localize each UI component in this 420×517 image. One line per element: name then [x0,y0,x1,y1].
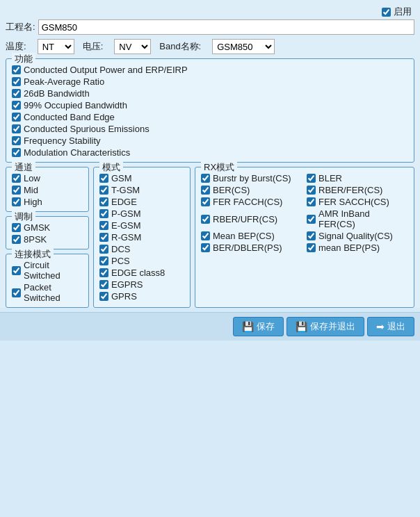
m_tgsm-checkbox[interactable] [99,186,108,195]
rx8-checkbox[interactable] [307,215,316,224]
f1-checkbox[interactable] [12,65,21,74]
ch_low-checkbox[interactable] [12,174,21,183]
ch_high-checkbox[interactable] [12,197,21,206]
save-exit-button[interactable]: 💾 保存并退出 [286,317,364,336]
ch_mid-label[interactable]: Mid [24,185,38,195]
m_pgsm-checkbox[interactable] [99,209,108,218]
rx2-checkbox[interactable] [307,174,316,183]
rx11-label[interactable]: BER/DBLER(PS) [213,243,282,253]
m_gsm-label[interactable]: GSM [111,173,132,183]
rx4-label[interactable]: RBER/FER(CS) [318,185,382,195]
f5-label[interactable]: Conducted Band Edge [24,112,115,122]
m_egsm-checkbox[interactable] [99,221,108,230]
m_dcs-checkbox[interactable] [99,245,108,254]
mod_8psk-checkbox[interactable] [12,235,21,244]
rx2-label[interactable]: BLER [318,173,342,183]
mod_gmsk-checkbox[interactable] [12,223,21,232]
m_egprs-checkbox[interactable] [99,280,108,289]
m_gprs-label[interactable]: GPRS [111,291,137,302]
f5-checkbox[interactable] [12,113,21,122]
project-input[interactable] [38,19,414,35]
rx3-label[interactable]: BER(CS) [213,185,250,195]
m_edge8-checkbox[interactable] [99,268,108,277]
m_rgsm-checkbox[interactable] [99,233,108,242]
rx10-label[interactable]: Signal Quality(CS) [318,231,393,241]
save-icon: 💾 [242,321,254,332]
rx4-checkbox[interactable] [307,186,316,195]
f2-label[interactable]: Peak-Average Ratio [24,76,104,87]
m_egsm-label[interactable]: E-GSM [111,220,141,231]
rx7-checkbox[interactable] [201,215,210,224]
list-item: AMR InBand FER(CS) [307,208,408,229]
enabled-label: 启用 [394,6,412,18]
footer-bar: 💾 保存 💾 保存并退出 ➡ 退出 [0,312,420,340]
ch_low-label[interactable]: Low [24,173,40,183]
f4-label[interactable]: 99% Occupied Bandwidth [24,100,127,110]
ch_mid-checkbox[interactable] [12,186,21,195]
f7-label[interactable]: Frequency Stability [24,136,101,146]
mod_gmsk-label[interactable]: GMSK [24,222,50,233]
rx8-label[interactable]: AMR InBand FER(CS) [318,208,408,229]
m_dcs-label[interactable]: DCS [111,244,130,254]
rx5-label[interactable]: FER FACCH(CS) [213,197,282,207]
mod_8psk-label[interactable]: 8PSK [24,234,47,245]
f7-checkbox[interactable] [12,136,21,145]
rx3-checkbox[interactable] [201,186,210,195]
conn_ps-label[interactable]: Packet Switched [24,282,83,303]
f6-checkbox[interactable] [12,124,21,133]
list-item: GPRS [99,291,184,302]
rx9-checkbox[interactable] [201,231,210,240]
list-item: Conducted Spurious Emissions [12,124,408,134]
f8-checkbox[interactable] [12,148,21,157]
f6-label[interactable]: Conducted Spurious Emissions [24,124,150,134]
rx12-checkbox[interactable] [307,243,316,252]
list-item: 26dB Bandwidth [12,88,408,99]
rx5-checkbox[interactable] [201,197,210,206]
list-item: Mean BEP(CS) [201,231,302,241]
rx9-label[interactable]: Mean BEP(CS) [213,231,275,241]
save-label: 保存 [257,320,275,333]
m_edge-label[interactable]: EDGE [111,197,137,207]
rx1-label[interactable]: Burstr by Burst(CS) [213,173,291,183]
m_pcs-label[interactable]: PCS [111,256,130,266]
mode-list: GSMT-GSMEDGEP-GSME-GSMR-GSMDCSPCSEDGE cl… [99,170,184,302]
m_edge8-label[interactable]: EDGE class8 [111,268,165,278]
temp-select[interactable]: NT Low High [38,39,74,54]
f3-checkbox[interactable] [12,89,21,98]
f2-checkbox[interactable] [12,77,21,86]
m_pgsm-label[interactable]: P-GSM [111,208,141,219]
m_pcs-checkbox[interactable] [99,256,108,265]
rx6-checkbox[interactable] [307,197,316,206]
ch_high-label[interactable]: High [24,197,42,207]
f4-checkbox[interactable] [12,101,21,110]
m_rgsm-label[interactable]: R-GSM [111,232,141,243]
save-button[interactable]: 💾 保存 [233,317,284,336]
f8-label[interactable]: Modulation Characteristics [24,147,130,158]
rx1-checkbox[interactable] [201,174,210,183]
voltage-select[interactable]: NV Low High [114,39,151,54]
rx7-label[interactable]: RBER/UFR(CS) [213,214,277,224]
m_edge-checkbox[interactable] [99,197,108,206]
rx6-label[interactable]: FER SACCH(CS) [318,197,389,207]
func-legend: 功能 [12,53,35,65]
f1-label[interactable]: Conducted Output Power and ERP/EIRP [24,65,188,75]
conn_ps-checkbox[interactable] [12,288,21,297]
band-select[interactable]: GSM850 GSM900 DCS1800 PCS1900 [212,39,275,54]
rx12-label[interactable]: mean BEP(PS) [318,243,380,253]
conn_cs-label[interactable]: Circuit Switched [24,260,83,281]
m_egprs-label[interactable]: EGPRS [111,279,143,290]
exit-button[interactable]: ➡ 退出 [367,317,414,336]
rx11-checkbox[interactable] [201,243,210,252]
enabled-checkbox[interactable] [382,8,391,17]
f3-label[interactable]: 26dB Bandwidth [24,88,90,99]
rx10-checkbox[interactable] [307,231,316,240]
band-label: Band名称: [159,40,201,53]
save-exit-label: 保存并退出 [310,320,355,333]
conn_cs-checkbox[interactable] [12,266,21,275]
list-item: Signal Quality(CS) [307,231,408,241]
mode-section: 模式 GSMT-GSMEDGEP-GSME-GSMR-GSMDCSPCSEDGE… [93,167,191,308]
m_tgsm-label[interactable]: T-GSM [111,185,140,195]
m_gprs-checkbox[interactable] [99,292,108,301]
m_gsm-checkbox[interactable] [99,174,108,183]
project-label: 工程名: [6,21,35,33]
